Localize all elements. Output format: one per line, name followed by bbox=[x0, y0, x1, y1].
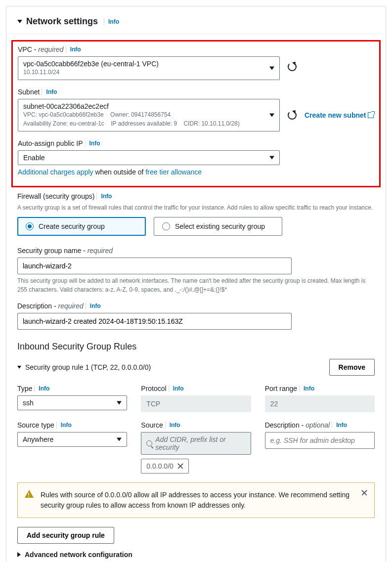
chevron-down-icon bbox=[117, 401, 122, 405]
create-sg-option[interactable]: Create security group bbox=[17, 217, 146, 236]
info-link-vpc[interactable]: Info bbox=[66, 46, 81, 53]
external-link-icon bbox=[368, 112, 374, 118]
rule-srctype-select[interactable]: Anywhere bbox=[17, 432, 127, 447]
close-alert-icon[interactable] bbox=[361, 490, 367, 496]
select-sg-option[interactable]: Select existing security group bbox=[154, 217, 282, 236]
info-link[interactable]: Info bbox=[299, 385, 314, 392]
rule-port-label: Port range bbox=[265, 385, 297, 392]
rule-type-select[interactable]: ssh bbox=[17, 395, 127, 410]
rule-title: Security group rule 1 (TCP, 22, 0.0.0.0/… bbox=[25, 363, 151, 371]
sgname-label: Security group name bbox=[17, 247, 81, 255]
inbound-heading: Inbound Security Group Rules bbox=[17, 342, 375, 352]
info-link[interactable]: Info bbox=[169, 385, 184, 392]
sg-name-input[interactable] bbox=[17, 258, 292, 274]
highlighted-region: VPC - required Info vpc-0a5c0cabb66f2eb3… bbox=[11, 40, 381, 187]
collapse-icon[interactable] bbox=[17, 366, 21, 369]
radio-icon bbox=[26, 222, 34, 230]
vpc-label: VPC bbox=[18, 45, 32, 53]
warning-icon bbox=[25, 490, 34, 498]
autoip-label: Auto-assign public IP bbox=[18, 139, 83, 147]
collapse-icon[interactable] bbox=[17, 20, 22, 23]
chevron-down-icon bbox=[117, 438, 122, 441]
rule-src-label: Source bbox=[141, 421, 163, 429]
rule-desc-label: Description bbox=[265, 421, 300, 429]
refresh-icon[interactable] bbox=[288, 111, 297, 120]
info-link-firewall[interactable]: Info bbox=[96, 193, 112, 200]
subnet-select[interactable]: subnet-00ca22306a2ec2ecf VPC: vpc-0a5c0c… bbox=[18, 99, 280, 131]
section-title: Network settings bbox=[26, 16, 98, 27]
chevron-right-icon bbox=[17, 552, 21, 557]
radio-icon bbox=[162, 222, 170, 230]
chevron-down-icon bbox=[269, 67, 274, 70]
info-link[interactable]: Info bbox=[332, 422, 347, 429]
rule-proto-field: TCP bbox=[141, 395, 251, 412]
info-link-sgdesc[interactable]: Info bbox=[86, 303, 101, 309]
search-icon bbox=[146, 440, 152, 446]
sgname-helper: This security group will be added to all… bbox=[17, 276, 375, 294]
sg-desc-input[interactable] bbox=[17, 313, 292, 330]
rule-proto-label: Protocol bbox=[141, 385, 166, 392]
info-link-autoip[interactable]: Info bbox=[85, 140, 100, 147]
advanced-toggle[interactable]: Advanced network configuration bbox=[17, 551, 375, 559]
info-link[interactable]: Info bbox=[34, 385, 49, 392]
refresh-icon[interactable] bbox=[288, 62, 297, 71]
chevron-down-icon bbox=[269, 114, 274, 117]
cidr-chip: 0.0.0.0/0 bbox=[141, 459, 189, 474]
firewall-description: A security group is a set of firewall ru… bbox=[17, 203, 375, 212]
add-rule-button[interactable]: Add security group rule bbox=[17, 527, 114, 544]
rule-type-label: Type bbox=[17, 385, 32, 392]
info-link-subnet[interactable]: Info bbox=[42, 88, 57, 95]
rule-port-field: 22 bbox=[265, 395, 375, 412]
create-subnet-link[interactable]: Create new subnet bbox=[305, 111, 374, 119]
freetier-link[interactable]: free tier allowance bbox=[145, 168, 202, 176]
sgdesc-label: Description bbox=[17, 302, 52, 310]
autoip-select[interactable]: Enable bbox=[18, 150, 280, 165]
rule-desc-input[interactable] bbox=[265, 432, 375, 449]
chevron-down-icon bbox=[269, 156, 274, 160]
warning-alert: Rules with source of 0.0.0.0/0 allow all… bbox=[17, 482, 375, 518]
remove-chip-icon[interactable] bbox=[177, 463, 183, 469]
subnet-label: Subnet bbox=[18, 88, 40, 96]
info-link[interactable]: Info bbox=[165, 422, 180, 429]
charges-link[interactable]: Additional charges apply bbox=[18, 168, 93, 176]
firewall-label: Firewall (security groups) bbox=[17, 192, 94, 200]
rule-srctype-label: Source type bbox=[17, 421, 54, 429]
info-link[interactable]: Info bbox=[56, 422, 72, 429]
info-link-header[interactable]: Info bbox=[104, 18, 119, 25]
rule-source-input[interactable]: Add CIDR, prefix list or security bbox=[141, 432, 251, 455]
vpc-select[interactable]: vpc-0a5c0cabb66f2eb3e (eu-central-1 VPC)… bbox=[18, 56, 280, 80]
remove-rule-button[interactable]: Remove bbox=[329, 359, 375, 376]
